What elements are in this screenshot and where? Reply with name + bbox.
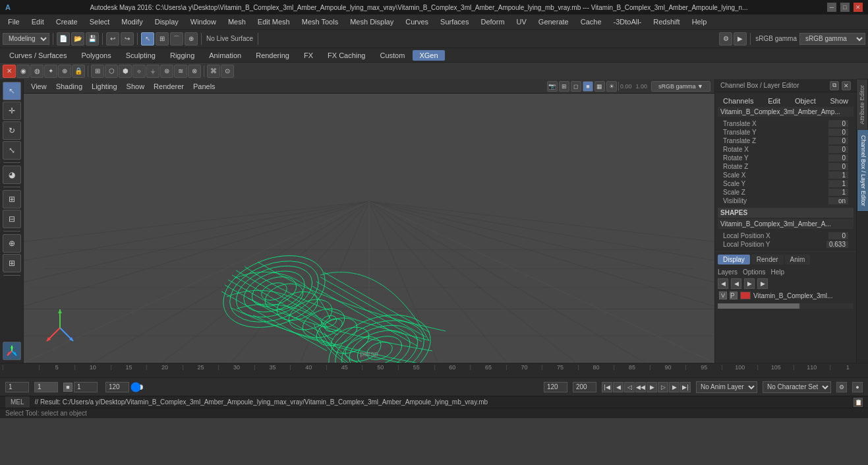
tool-mesh-4[interactable]: ⟐ [132, 65, 146, 78]
layer-forward-btn[interactable]: ▶ [744, 278, 755, 289]
vp-camera-btn[interactable]: 📷 [547, 81, 558, 92]
vp-solid-btn[interactable]: ■ [583, 81, 593, 92]
vp-menu-panels[interactable]: Panels [190, 81, 219, 92]
menu-curves[interactable]: Curves [400, 16, 434, 27]
select-tool-btn[interactable]: ↖ [141, 32, 154, 46]
go-start-btn[interactable]: |◀ [602, 382, 612, 392]
tool-1[interactable]: ◉ [16, 65, 30, 78]
vp-menu-show[interactable]: Show [123, 81, 148, 92]
tool-2[interactable]: ◍ [30, 65, 43, 78]
tool-5[interactable]: 🔒 [72, 65, 85, 78]
vp-light-btn[interactable]: ☀ [606, 81, 617, 92]
tab-anim[interactable]: Anim [785, 255, 811, 264]
tab-animation[interactable]: Animation [202, 50, 248, 61]
menu-display[interactable]: Display [150, 16, 184, 27]
char-set-select[interactable]: No Character Set [763, 381, 831, 393]
menu-help[interactable]: Help [687, 16, 712, 27]
component-select-btn[interactable]: ✕ [3, 65, 16, 78]
vp-wireframe-btn[interactable]: ◻ [571, 81, 581, 92]
menu-mesh-tools[interactable]: Mesh Tools [297, 16, 343, 27]
menu-edit[interactable]: Edit [26, 16, 49, 27]
rotate-tool-side[interactable]: ↻ [3, 121, 21, 140]
frame-slider[interactable] [130, 382, 144, 392]
cb-menu-channels[interactable]: Channels [720, 96, 756, 106]
attr-editor-tab[interactable]: Attribute Editor [857, 79, 868, 130]
vp-texture-btn[interactable]: ▦ [594, 81, 605, 92]
workspace-select[interactable]: Modeling [3, 33, 49, 45]
play-back-btn[interactable]: ◀◀ [635, 382, 646, 392]
next-frame-btn[interactable]: ▶ [669, 382, 680, 392]
tool-extra-1[interactable]: ⌘ [207, 65, 220, 78]
tab-custom[interactable]: Custom [374, 50, 412, 61]
tab-rigging[interactable]: Rigging [163, 50, 201, 61]
vp-colorspace-btn[interactable]: sRGB gamma ▼ [651, 81, 710, 92]
menu-deform[interactable]: Deform [475, 16, 509, 27]
tool-extra-2[interactable]: ⊙ [221, 65, 234, 78]
go-end-btn[interactable]: ▶| [680, 382, 691, 392]
autokey-btn[interactable]: ● [852, 382, 863, 392]
render-settings-btn[interactable]: ⚙ [719, 32, 732, 46]
tool-mesh-3[interactable]: ⬢ [119, 65, 132, 78]
menu-cache[interactable]: Cache [575, 16, 607, 27]
vp-menu-lighting[interactable]: Lighting [88, 81, 121, 92]
tab-rendering[interactable]: Rendering [249, 50, 296, 61]
layer-back-btn[interactable]: ◀ [731, 278, 741, 289]
viewport[interactable]: View Shading Lighting Show Renderer Pane… [24, 79, 714, 363]
soft-select-btn[interactable]: ◕ [3, 166, 21, 184]
scale-tool-side[interactable]: ⤡ [3, 141, 21, 160]
prev-frame-btn[interactable]: ◀ [613, 382, 623, 392]
layers-menu[interactable]: Layers [718, 268, 738, 276]
play-forward-btn[interactable]: ▶ [647, 382, 657, 392]
panel-float-btn[interactable]: ⧉ [830, 81, 839, 90]
cb-menu-show[interactable]: Show [827, 96, 851, 106]
menu-mesh-display[interactable]: Mesh Display [345, 16, 399, 27]
timeline-markers[interactable]: 5 10 15 20 25 30 35 40 45 50 55 60 65 70… [3, 363, 865, 377]
tool-mesh-5[interactable]: ⏚ [146, 65, 159, 78]
tool-mesh-6[interactable]: ⊛ [160, 65, 173, 78]
anim-layer-select[interactable]: No Anim Layer [696, 381, 757, 393]
menu-window[interactable]: Window [185, 16, 221, 27]
snap2-btn[interactable]: ⊞ [3, 254, 21, 272]
tool-3[interactable]: ✦ [44, 65, 57, 78]
tab-fx[interactable]: FX [297, 50, 320, 61]
next-key-btn[interactable]: ▷ [658, 382, 668, 392]
maximize-button[interactable]: □ [840, 3, 850, 12]
tool-mesh-1[interactable]: ⊞ [91, 65, 104, 78]
menu-create[interactable]: Create [51, 16, 83, 27]
layer-add-btn[interactable]: ◀ [718, 278, 728, 289]
layer-playback-btn[interactable]: P [730, 292, 738, 299]
range-max-input[interactable] [573, 382, 596, 392]
tab-sculpting[interactable]: Sculpting [119, 50, 162, 61]
vp-menu-view[interactable]: View [28, 81, 50, 92]
tool-mesh-2[interactable]: ⬡ [105, 65, 118, 78]
menu-edit-mesh[interactable]: Edit Mesh [252, 16, 295, 27]
snap-curve-btn[interactable]: ⌒ [170, 32, 183, 46]
tab-display[interactable]: Display [718, 255, 750, 264]
tab-curves-surfaces[interactable]: Curves / Surfaces [3, 50, 73, 61]
current-frame-input[interactable] [34, 382, 58, 392]
channel-box-tab[interactable]: Channel Box / Layer Editor [857, 130, 868, 212]
menu-redshift[interactable]: Redshift [648, 16, 685, 27]
layer-visibility-btn[interactable]: V [719, 292, 727, 299]
layer-scrollbar-thumb[interactable] [718, 303, 799, 309]
menu-surfaces[interactable]: Surfaces [435, 16, 474, 27]
tab-polygons[interactable]: Polygons [74, 50, 117, 61]
gamma-select[interactable]: sRGB gamma [799, 33, 865, 45]
tool-4[interactable]: ⊕ [58, 65, 71, 78]
end-frame-input[interactable] [105, 382, 129, 392]
snap-grid-btn[interactable]: ⊞ [156, 32, 169, 46]
snap-btn[interactable]: ⊕ [3, 234, 21, 253]
cb-menu-edit[interactable]: Edit [765, 96, 783, 106]
select-tool-side[interactable]: ↖ [3, 82, 21, 100]
help-menu[interactable]: Help [770, 268, 784, 276]
menu-modify[interactable]: Modify [116, 16, 148, 27]
panel-close-btn[interactable]: ✕ [842, 81, 851, 90]
script-mode[interactable]: MEL [5, 396, 30, 408]
menu-mesh[interactable]: Mesh [223, 16, 251, 27]
redo-btn[interactable]: ↪ [121, 32, 134, 46]
vp-grid-btn[interactable]: ⊞ [559, 81, 569, 92]
menu-uv[interactable]: UV [511, 16, 532, 27]
cb-menu-object[interactable]: Object [792, 96, 819, 106]
move-tool-side[interactable]: ✛ [3, 102, 21, 120]
vp-menu-renderer[interactable]: Renderer [150, 81, 187, 92]
